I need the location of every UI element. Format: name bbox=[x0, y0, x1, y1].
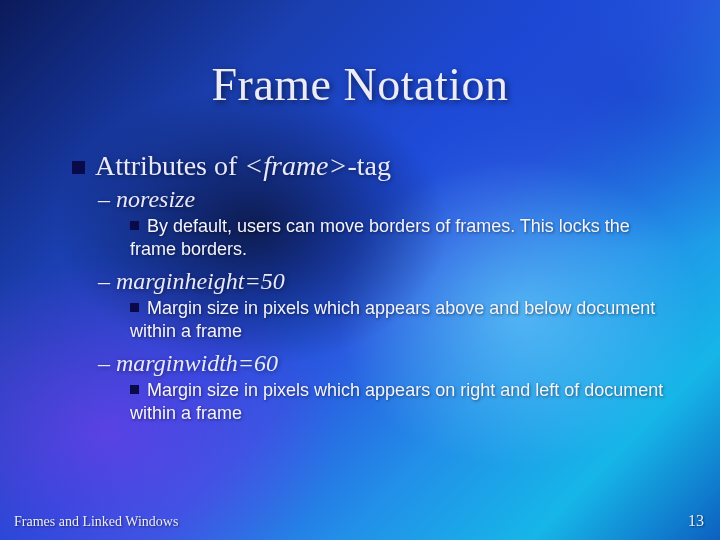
dash-bullet-icon: – bbox=[98, 186, 110, 212]
attr-name: marginwidth=60 bbox=[116, 350, 278, 376]
slide-number: 13 bbox=[688, 512, 704, 530]
square-bullet-icon bbox=[130, 303, 139, 312]
attr-noresize: –noresize bbox=[98, 186, 680, 213]
square-bullet-icon bbox=[130, 221, 139, 230]
desc-text: By default, users can move borders of fr… bbox=[130, 216, 630, 259]
heading-suffix: -tag bbox=[347, 150, 391, 181]
heading-tag: <frame> bbox=[244, 150, 347, 181]
heading-prefix: Attributes of bbox=[95, 150, 244, 181]
slide-title: Frame Notation bbox=[0, 58, 720, 111]
heading-attributes: Attributes of <frame>-tag bbox=[72, 150, 680, 182]
footer-left: Frames and Linked Windows bbox=[14, 514, 178, 530]
desc-text: Margin size in pixels which appears on r… bbox=[130, 380, 663, 423]
attr-marginwidth: –marginwidth=60 bbox=[98, 350, 680, 377]
attr-noresize-desc: By default, users can move borders of fr… bbox=[130, 215, 680, 260]
desc-text: Margin size in pixels which appears abov… bbox=[130, 298, 655, 341]
dash-bullet-icon: – bbox=[98, 350, 110, 376]
attr-name: noresize bbox=[116, 186, 195, 212]
slide-body: Attributes of <frame>-tag –noresize By d… bbox=[72, 150, 680, 432]
attr-name: marginheight=50 bbox=[116, 268, 285, 294]
attr-marginwidth-desc: Margin size in pixels which appears on r… bbox=[130, 379, 680, 424]
square-bullet-icon bbox=[72, 161, 85, 174]
dash-bullet-icon: – bbox=[98, 268, 110, 294]
attr-marginheight: –marginheight=50 bbox=[98, 268, 680, 295]
square-bullet-icon bbox=[130, 385, 139, 394]
attr-marginheight-desc: Margin size in pixels which appears abov… bbox=[130, 297, 680, 342]
